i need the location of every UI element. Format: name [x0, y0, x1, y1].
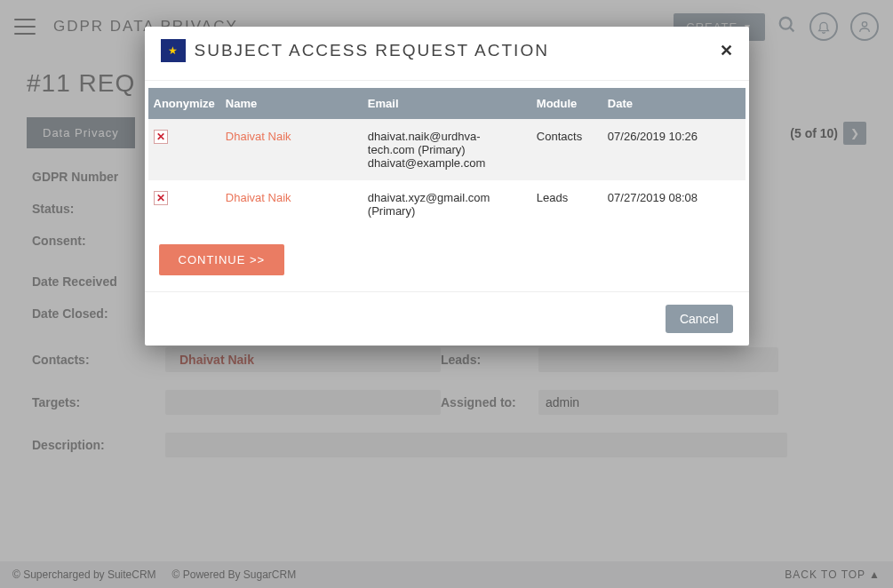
col-date: Date	[602, 88, 745, 119]
anonymize-toggle[interactable]: ✕	[154, 191, 168, 205]
email-secondary: dhaivat@example.com	[368, 156, 526, 170]
record-name-link[interactable]: Dhaivat Naik	[226, 130, 291, 143]
email-primary: dhaivat.naik@urdhva-tech.com (Primary)	[368, 130, 526, 156]
table-row: ✕ Dhaivat Naik dhaivat.xyz@gmail.com (Pr…	[148, 180, 745, 228]
col-module: Module	[531, 88, 602, 119]
continue-button[interactable]: CONTINUE >>	[159, 244, 285, 275]
date-value: 07/26/2019 10:26	[602, 119, 745, 180]
close-icon[interactable]: ✕	[720, 41, 733, 60]
cancel-button[interactable]: Cancel	[666, 305, 733, 333]
record-name-link[interactable]: Dhaivat Naik	[226, 191, 291, 204]
modal-title: SUBJECT ACCESS REQUEST ACTION	[195, 41, 549, 60]
col-email: Email	[363, 88, 531, 119]
email-primary: dhaivat.xyz@gmail.com (Primary)	[368, 191, 526, 218]
eu-flag-icon: ★	[161, 39, 186, 62]
col-anonymize: Anonymize	[148, 88, 220, 119]
sar-action-modal: ★ SUBJECT ACCESS REQUEST ACTION ✕ Anonym…	[145, 27, 749, 346]
module-value: Leads	[531, 180, 602, 228]
module-value: Contacts	[531, 119, 602, 180]
modal-overlay: ★ SUBJECT ACCESS REQUEST ACTION ✕ Anonym…	[0, 0, 893, 588]
col-name: Name	[220, 88, 363, 119]
anonymize-toggle[interactable]: ✕	[154, 130, 168, 144]
sar-table: Anonymize Name Email Module Date ✕ Dhaiv…	[148, 88, 745, 228]
date-value: 07/27/2019 08:08	[602, 180, 745, 228]
table-row: ✕ Dhaivat Naik dhaivat.naik@urdhva-tech.…	[148, 119, 745, 180]
